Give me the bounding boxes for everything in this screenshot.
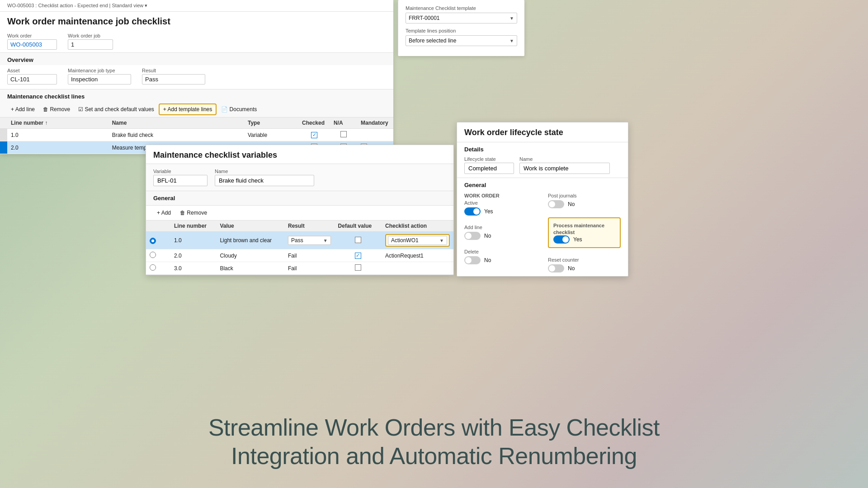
cell-type: Variable [244, 129, 298, 141]
defaultvalue-checkbox[interactable] [355, 237, 361, 243]
cell-refresh [160, 249, 170, 262]
table-row[interactable]: 2.0 Cloudy Fail ✓ ActionRequest1 [146, 249, 453, 262]
cell-radio[interactable] [146, 232, 160, 249]
table-row[interactable]: 1.0 Light brown and clear Pass ▼ [146, 232, 453, 249]
defaultvalue-checkbox[interactable] [355, 264, 361, 271]
table-row[interactable]: 1.0 Brake fluid check Variable ✓ [0, 129, 393, 141]
cell-name: Brake fluid check [108, 129, 244, 141]
col-indicator [0, 117, 7, 129]
template-select[interactable]: FRRT-00001 ▼ [406, 13, 517, 23]
na-checkbox[interactable] [340, 131, 347, 137]
checked-checkbox[interactable]: ✓ [311, 132, 317, 138]
radio-button[interactable] [150, 264, 156, 271]
lc-grid: WORK ORDER Active Yes Add line No Delete… [464, 193, 621, 272]
position-select[interactable]: Before selected line ▼ [406, 35, 517, 46]
asset-group: Asset [7, 68, 57, 84]
cell-checked[interactable]: ✓ [298, 129, 330, 141]
variable-input[interactable] [153, 175, 208, 186]
work-order-label: Work order [7, 33, 57, 38]
details-label: Details [464, 146, 621, 153]
asset-label: Asset [7, 68, 57, 73]
tagline-line2: Integration and Automatic Renumbering [0, 442, 868, 470]
template-value: FRRT-00001 [409, 15, 439, 21]
overview-header: Overview [0, 52, 393, 65]
cell-defaultvalue[interactable] [335, 262, 382, 275]
defaultvalue-checkbox[interactable]: ✓ [355, 253, 361, 259]
add-line-toggle-label: No [484, 233, 491, 239]
general-header: General [146, 191, 453, 206]
remove-button[interactable]: 🗑 Remove [39, 104, 74, 114]
reset-counter-toggle[interactable] [548, 264, 564, 272]
lifecycle-fields: Lifecycle state Name [464, 156, 621, 174]
cell-checklistaction[interactable]: ActionWO1 ▼ [382, 232, 453, 249]
col-name: Name [108, 117, 244, 129]
cell-result: Fail [284, 262, 335, 275]
process-checklist-toggle-label: Yes [573, 236, 582, 243]
lifecycle-title: Work order lifecycle state [457, 122, 628, 142]
cell-na[interactable] [330, 129, 357, 141]
set-defaults-button[interactable]: ☑ Set and check default values [75, 104, 158, 114]
radio-button[interactable] [150, 238, 156, 244]
radio-button[interactable] [150, 252, 156, 258]
delete-toggle[interactable] [464, 256, 481, 264]
cell-linenum: 3.0 [170, 262, 216, 275]
work-order-section: WORK ORDER Active Yes Add line No Delete… [464, 193, 537, 272]
cell-defaultvalue[interactable] [335, 232, 382, 249]
col-defaultvalue: Default value [335, 221, 382, 232]
breadcrumb-text: WO-005003 : Checklist action - Expected … [7, 3, 147, 9]
col-linenum: Line number ↑ [7, 117, 108, 129]
variables-table: Line number Value Result Default value C… [146, 221, 453, 275]
cell-linenum: 1.0 [7, 129, 108, 141]
result-label: Result [142, 68, 205, 73]
var-remove-button[interactable]: 🗑 Remove [176, 208, 211, 217]
col-result: Result [284, 221, 335, 232]
cell-checklistaction: ActionRequest1 [382, 249, 453, 262]
lifecycle-state-input[interactable] [464, 163, 514, 174]
cell-result[interactable]: Pass ▼ [284, 232, 335, 249]
cell-value: Light brown and clear [216, 232, 284, 249]
active-toggle[interactable] [464, 207, 481, 216]
lc-name-group: Name [519, 156, 610, 174]
action-select[interactable]: ActionWO1 ▼ [388, 236, 447, 245]
asset-input[interactable] [7, 74, 57, 84]
reset-counter-toggle-row: No [548, 264, 621, 272]
table-row[interactable]: 3.0 Black Fail [146, 262, 453, 275]
work-order-job-input[interactable] [68, 39, 113, 50]
add-line-toggle[interactable] [464, 232, 481, 240]
general-section: General + Add 🗑 Remove Line number Value… [146, 191, 453, 275]
work-order-input[interactable] [7, 39, 57, 50]
right-section: Post journals No Process maintenance che… [548, 193, 621, 272]
result-select[interactable]: Pass ▼ [288, 236, 331, 245]
maint-job-type-group: Maintenance job type [68, 68, 131, 84]
process-checklist-toggle[interactable] [553, 235, 570, 244]
lc-general-section: General WORK ORDER Active Yes Add line N… [457, 178, 628, 276]
cell-radio[interactable] [146, 249, 160, 262]
cell-defaultvalue[interactable]: ✓ [335, 249, 382, 262]
documents-button[interactable]: 📄 Documents [217, 104, 260, 114]
variable-label: Variable [153, 169, 208, 174]
work-order-job-label: Work order job [68, 33, 113, 38]
cell-mandatory [357, 129, 393, 141]
variables-title: Maintenance checklist variables [146, 145, 453, 164]
asset-row: Asset Maintenance job type Result [0, 65, 393, 89]
checklist-action-box[interactable]: ActionWO1 ▼ [385, 234, 450, 247]
lifecycle-panel: Work order lifecycle state Details Lifec… [457, 122, 628, 277]
maint-job-type-input[interactable] [68, 74, 131, 84]
col-type: Type [244, 117, 298, 129]
post-journals-toggle[interactable] [548, 200, 564, 208]
delete-toggle-row: No [464, 256, 537, 264]
col-refresh [160, 221, 170, 232]
post-journals-toggle-label: No [568, 201, 575, 207]
variables-panel: Maintenance checklist variables Variable… [146, 145, 454, 275]
lc-name-label: Name [519, 156, 610, 162]
var-add-button[interactable]: + Add [153, 208, 175, 217]
chevron-down-icon: ▼ [439, 238, 444, 243]
lc-name-input[interactable] [519, 163, 610, 174]
result-input[interactable] [142, 74, 205, 84]
add-line-button[interactable]: + Add line [7, 104, 38, 114]
result-value: Pass [291, 237, 303, 244]
cell-checklistaction [382, 262, 453, 275]
cell-radio[interactable] [146, 262, 160, 275]
add-template-button[interactable]: + Add template lines [159, 103, 217, 115]
varname-input[interactable] [215, 175, 314, 186]
